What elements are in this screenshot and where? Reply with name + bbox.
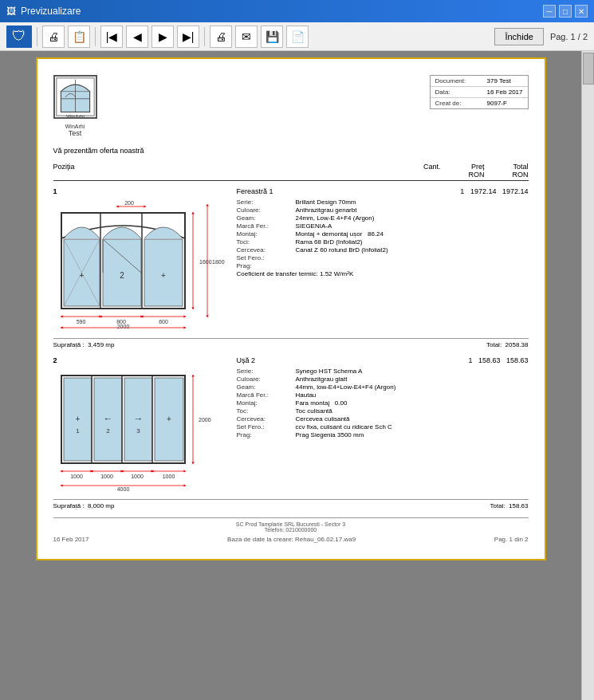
doc-header: WinArhi WinArhi Test Document: 379 Test … <box>53 75 529 137</box>
prev-page-button[interactable]: ◀ <box>126 26 148 48</box>
document-container: WinArhi WinArhi Test Document: 379 Test … <box>0 51 581 700</box>
doc-value-date: 16 Feb 2017 <box>487 88 523 96</box>
svg-text:→: → <box>133 413 143 424</box>
item-2-montaj: Montaj: Fara montaj 0.00 <box>237 399 529 407</box>
close-window-button[interactable]: ✕ <box>575 5 588 18</box>
item-1-name: Fereastră 1 <box>237 187 273 195</box>
item-1-coef: Coeficient de transfer termic: 1.52 W/m²… <box>237 270 529 277</box>
doc-value-document: 379 Test <box>487 77 511 85</box>
svg-text:+: + <box>79 271 84 280</box>
svg-text:2: 2 <box>120 271 124 280</box>
separator-1 <box>37 27 37 46</box>
svg-text:3: 3 <box>136 427 140 435</box>
table-header: Poziția Cant. PrețRON TotalRON <box>53 163 529 181</box>
item-1-toci: Toci: Rama 68 BrD (înfoliat2) <box>237 238 529 246</box>
doc-info-row-date: Data: 16 Feb 2017 <box>431 87 528 98</box>
footer-phone: Telefon: 0210000000 <box>53 527 529 533</box>
close-button[interactable]: Închide <box>494 28 543 45</box>
item-1-montaj: Montaj: Montaj + demontaj ușor 86.24 <box>237 230 529 238</box>
svg-text:1000: 1000 <box>162 474 175 479</box>
item-2-name: Ușă 2 <box>237 356 256 364</box>
svg-text:590: 590 <box>76 319 85 324</box>
doc-info-row-document: Document: 379 Test <box>431 76 528 87</box>
svg-text:1000: 1000 <box>70 474 83 479</box>
surface-2-total: Total: 158.63 <box>490 502 528 509</box>
item-1-name-line: Fereastră 1 1 1972.14 1972.14 <box>237 187 529 195</box>
scroll-thumb[interactable] <box>583 53 594 85</box>
copy-button[interactable]: 📋 <box>68 26 90 48</box>
surface-2-label: Suprafață : 8,000 mp <box>53 502 115 509</box>
toolbar: 🛡 🖨 📋 |◀ ◀ ▶ ▶| 🖨 ✉ 💾 📄 Închide Pag. 1 /… <box>0 22 594 51</box>
item-2-setfero: Set Fero.: ccv fixa, culisant cu ridicar… <box>237 423 529 431</box>
svg-text:4000: 4000 <box>116 486 129 491</box>
item-1-details: Fereastră 1 1 1972.14 1972.14 Serie: Bri… <box>237 187 529 332</box>
doc-footer: SC Prod Tamplarie SRL Bucuresti - Sector… <box>53 517 529 543</box>
svg-text:1800: 1800 <box>212 259 225 265</box>
logo-svg: WinArhi <box>55 75 96 119</box>
last-page-button[interactable]: ▶| <box>177 26 199 48</box>
separator-3 <box>204 27 205 46</box>
footer-basis: Baza de date la creare: Rehau_06.02.17.w… <box>227 536 356 543</box>
item-2-geam: Geam: 44mm, low-E4+Low-E4+F4 (Argon) <box>237 383 529 391</box>
item-2-toci: Toc: Toc culisantă <box>237 407 529 415</box>
item-2-cant: 1 158.63 158.63 <box>468 356 528 364</box>
pdf-button[interactable]: 📄 <box>286 26 309 48</box>
window-1-svg: 200 + <box>53 199 225 330</box>
minimize-button[interactable]: ─ <box>543 5 556 18</box>
print-button[interactable]: 🖨 <box>42 26 65 48</box>
footer-page: Pag. 1 din 2 <box>494 536 529 543</box>
item-1-geam: Geam: 24mm, Low-E 4+F4 (Argon) <box>237 214 529 222</box>
surface-1-total: Total: 2058.38 <box>486 341 529 348</box>
item-1-row: 1 200 <box>53 187 529 332</box>
footer-company: SC Prod Tamplarie SRL Bucuresti - Sector… <box>53 521 529 527</box>
th-pozitia: Poziția <box>53 163 409 179</box>
surface-line-2: Suprafață : 8,000 mp Total: 158.63 <box>53 499 529 509</box>
svg-text:←: ← <box>103 413 112 424</box>
doc-info-box: Document: 379 Test Data: 16 Feb 2017 Cre… <box>430 75 529 109</box>
item-1-culoare: Culoare: Anthrazitgrau genarbt <box>237 206 529 214</box>
window-2-svg: + 1 ← 2 → 3 <box>53 368 225 491</box>
maximize-button[interactable]: □ <box>559 5 572 18</box>
window-1-drawing: 1 200 <box>53 187 229 332</box>
svg-text:2000: 2000 <box>199 417 211 423</box>
item-2-name-line: Ușă 2 1 158.63 158.63 <box>237 356 529 364</box>
surface-line-1: Suprafață : 3,459 mp Total: 2058.38 <box>53 338 529 348</box>
svg-text:+: + <box>161 271 166 280</box>
print2-button[interactable]: 🖨 <box>210 26 232 48</box>
main-area: WinArhi WinArhi Test Document: 379 Test … <box>0 51 594 700</box>
save-button[interactable]: 💾 <box>261 26 283 48</box>
title-bar: 🖼 Previzualizare ─ □ ✕ <box>0 0 594 22</box>
item-2-serie: Serie: Synego HST Schema A <box>237 368 529 375</box>
svg-text:1000: 1000 <box>100 474 113 479</box>
svg-text:200: 200 <box>124 200 134 206</box>
app-icon: 🖼 <box>6 6 16 17</box>
shield-icon: 🛡 <box>6 26 32 48</box>
item-1-cercevea: Cercevea: Canat Z 60 rotund BrD (înfolia… <box>237 246 529 254</box>
document-page: WinArhi WinArhi Test Document: 379 Test … <box>36 57 546 560</box>
doc-label-document: Document: <box>435 77 487 85</box>
scrollbar[interactable] <box>581 51 594 700</box>
item-2-prag: Prag: Prag Siegenia 3500 mm <box>237 431 529 438</box>
doc-label-created: Creat de: <box>435 100 487 107</box>
item-2-details: Ușă 2 1 158.63 158.63 Serie: Synego HST … <box>237 356 529 493</box>
svg-text:1: 1 <box>76 427 80 435</box>
svg-text:+: + <box>167 415 171 423</box>
item-2-marca: Marcă Fer.: Hautau <box>237 391 529 399</box>
footer-main: 16 Feb 2017 Baza de date la creare: Reha… <box>53 536 529 543</box>
window-2-drawing: 2 <box>53 356 229 493</box>
doc-label-date: Data: <box>435 88 487 96</box>
title-bar-text: Previzualizare <box>21 6 81 17</box>
svg-text:1600: 1600 <box>199 259 212 265</box>
item-2-row: 2 <box>53 356 529 493</box>
item-1-setfero: Set Fero.: <box>237 254 529 262</box>
svg-text:WinArhi: WinArhi <box>66 114 85 119</box>
logo-area: WinArhi WinArhi Test <box>53 75 97 137</box>
item-1-marca: Marcă Fer.: SIEGENIA-A <box>237 222 529 230</box>
svg-text:1000: 1000 <box>131 474 144 479</box>
email-button[interactable]: ✉ <box>235 26 258 48</box>
separator-2 <box>95 27 96 46</box>
next-page-button[interactable]: ▶ <box>151 26 174 48</box>
item-1-cant: 1 1972.14 1972.14 <box>460 187 528 195</box>
th-total: TotalRON <box>485 163 529 179</box>
first-page-button[interactable]: |◀ <box>100 26 123 48</box>
